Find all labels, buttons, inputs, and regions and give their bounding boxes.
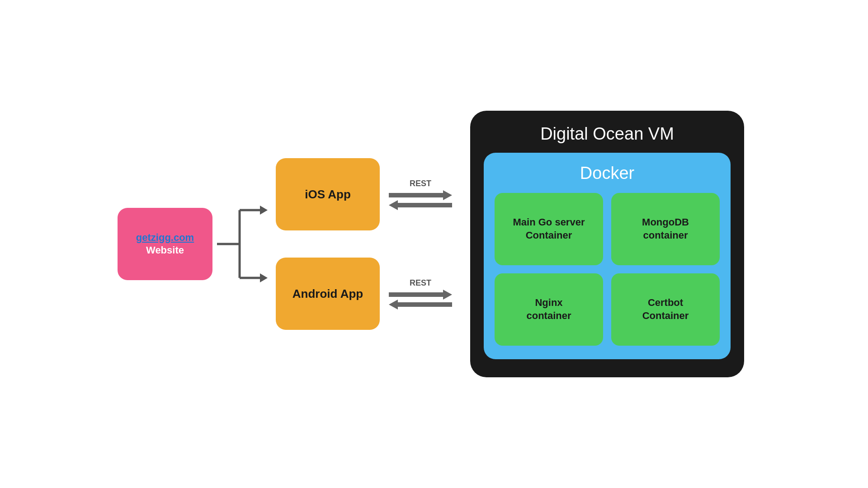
rest-arrows-column: REST REST — [384, 158, 457, 330]
ios-app-box: iOS App — [276, 158, 380, 230]
fork-arrow — [217, 176, 271, 312]
website-link: getzigg.com — [136, 232, 194, 244]
mongodb-label: MongoDBcontainer — [642, 216, 689, 242]
certbot-label: CertbotContainer — [642, 296, 689, 322]
ios-rest-label: REST — [410, 179, 431, 188]
svg-marker-3 — [260, 206, 268, 215]
website-box: getzigg.com Website — [118, 208, 212, 280]
certbot-box: CertbotContainer — [611, 273, 720, 346]
vm-container: Digital Ocean VM Docker Main Go serverCo… — [470, 111, 744, 377]
nginx-box: Nginxcontainer — [495, 273, 603, 346]
vm-title: Digital Ocean VM — [484, 124, 731, 144]
android-double-arrow — [389, 290, 452, 310]
main-go-server-label: Main Go serverContainer — [513, 216, 585, 242]
docker-container: Docker Main Go serverContainer MongoDBco… — [484, 153, 731, 359]
android-app-box: Android App — [276, 258, 380, 330]
android-rest-label: REST — [410, 278, 431, 288]
ios-app-label: iOS App — [305, 188, 351, 202]
mongodb-box: MongoDBcontainer — [611, 193, 720, 265]
nginx-label: Nginxcontainer — [526, 296, 571, 322]
apps-column: iOS App Android App — [276, 158, 380, 330]
ios-double-arrow — [389, 190, 452, 210]
docker-title: Docker — [495, 164, 720, 183]
architecture-diagram: getzigg.com Website iOS App Android App — [118, 59, 750, 429]
android-rest-arrow-group: REST — [389, 258, 452, 330]
main-go-server-box: Main Go serverContainer — [495, 193, 603, 265]
svg-marker-10 — [389, 300, 452, 310]
website-label: Website — [146, 244, 184, 256]
svg-marker-8 — [389, 200, 452, 210]
android-app-label: Android App — [292, 287, 363, 301]
services-grid: Main Go serverContainer MongoDBcontainer… — [495, 193, 720, 346]
ios-rest-arrow-group: REST — [389, 158, 452, 230]
svg-marker-9 — [389, 290, 452, 300]
svg-marker-7 — [389, 190, 452, 200]
svg-marker-6 — [260, 273, 268, 282]
